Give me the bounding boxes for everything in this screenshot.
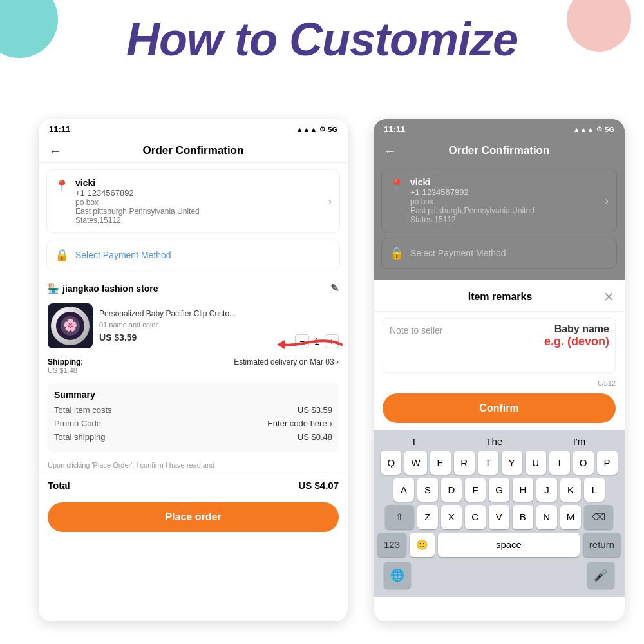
key-A[interactable]: A: [393, 478, 414, 502]
edit-icon[interactable]: ✎: [330, 282, 339, 294]
shipping-row-left: Shipping: US $1.48 Estimated delivery on…: [39, 354, 348, 378]
address-phone-left: +1 1234567892: [75, 188, 322, 198]
key-J[interactable]: J: [536, 478, 557, 502]
key-C[interactable]: C: [465, 505, 486, 529]
key-I[interactable]: I: [549, 451, 570, 475]
shipping-label-left: Shipping: US $1.48: [48, 357, 83, 374]
product-name-left: Personalized Baby Pacifier Clip Custo...: [99, 309, 289, 319]
place-order-button[interactable]: Place order: [48, 502, 339, 532]
suggestion-The[interactable]: The: [486, 436, 502, 447]
address-line1-left: po box: [75, 198, 322, 207]
payment-text-right: Select Payment Method: [410, 248, 506, 258]
key-N[interactable]: N: [536, 505, 557, 529]
qty-value-left: 1: [314, 336, 319, 346]
key-M[interactable]: M: [560, 505, 582, 529]
wifi-icon: ⊙: [319, 125, 325, 133]
address-line3-right: States,15112: [410, 215, 599, 224]
key-O[interactable]: O: [573, 451, 594, 475]
key-emoji[interactable]: 🙂: [410, 533, 435, 557]
product-sub-left: 01 name and color: [99, 321, 289, 328]
qty-minus-left[interactable]: −: [295, 334, 309, 348]
summary-promo-label: Promo Code: [54, 419, 101, 428]
key-globe[interactable]: 🌐: [384, 562, 411, 589]
nav-title-left: Order Confirmation: [143, 144, 244, 157]
keyboard-row-3: ⇧ Z X C V B N M ⌫: [377, 505, 621, 529]
store-header-left: 🏪 jiangkao fashion store ✎: [39, 276, 348, 298]
address-chevron-right[interactable]: ›: [605, 195, 609, 207]
suggestion-Im[interactable]: I'm: [573, 436, 586, 447]
summary-item-val: US $3.59: [298, 405, 332, 415]
product-image-left: 🌸: [48, 303, 93, 348]
key-D[interactable]: D: [441, 478, 462, 502]
qty-plus-left[interactable]: +: [325, 334, 339, 348]
key-Y[interactable]: Y: [502, 451, 522, 475]
suggestion-I[interactable]: I: [413, 436, 415, 447]
summary-shipping-val: US $0.48: [298, 432, 332, 442]
key-E[interactable]: E: [430, 451, 451, 475]
signal-icon: ▲▲▲: [296, 126, 317, 133]
key-R[interactable]: R: [454, 451, 475, 475]
key-mic[interactable]: 🎤: [587, 562, 614, 589]
key-V[interactable]: V: [489, 505, 509, 529]
status-icons-right: ▲▲▲ ⊙ 5G: [573, 125, 614, 133]
keyboard-row-5: 🌐 🎤: [377, 560, 621, 590]
shipping-cost-left: US $1.48: [48, 366, 83, 374]
key-B[interactable]: B: [513, 505, 533, 529]
key-shift[interactable]: ⇧: [385, 505, 414, 529]
payment-text-left: Select Payment Method: [75, 250, 171, 260]
promo-val-text: Enter code here: [267, 419, 327, 428]
key-K[interactable]: K: [560, 478, 581, 502]
keyboard: I The I'm Q W E R T Y U I O P A S D F G …: [374, 430, 625, 597]
address-line1-right: po box: [410, 197, 599, 206]
remarks-counter: 0/512: [374, 379, 625, 387]
key-123[interactable]: 123: [377, 533, 406, 557]
key-T[interactable]: T: [478, 451, 498, 475]
key-G[interactable]: G: [489, 478, 509, 502]
product-details-left: Personalized Baby Pacifier Clip Custo...…: [99, 309, 289, 343]
summary-row-promo[interactable]: Promo Code Enter code here ›: [54, 419, 332, 428]
payment-row-left[interactable]: 🔒 Select Payment Method: [46, 240, 340, 270]
total-label-left: Total: [48, 480, 70, 491]
note-placeholder: Note to seller: [390, 325, 442, 336]
address-line2-left: East pittsburgh,Pennsylvania,United: [75, 207, 322, 216]
key-L[interactable]: L: [584, 478, 605, 502]
product-row-left: 🌸 Personalized Baby Pacifier Clip Custo.…: [39, 298, 348, 354]
confirm-button[interactable]: Confirm: [383, 393, 616, 423]
baby-name-eg: e.g. (devon): [544, 335, 609, 348]
key-P[interactable]: P: [597, 451, 618, 475]
item-remarks-modal: Item remarks ✕ Note to seller Baby name …: [374, 280, 625, 430]
key-X[interactable]: X: [441, 505, 462, 529]
address-name-left: vicki: [75, 178, 322, 188]
key-Z[interactable]: Z: [417, 505, 438, 529]
remarks-close-button[interactable]: ✕: [603, 289, 614, 305]
remarks-header: Item remarks ✕: [374, 280, 625, 312]
summary-shipping-label: Total shipping: [54, 432, 106, 442]
summary-promo-val: Enter code here ›: [267, 419, 332, 428]
shipping-est-text: Estimated delivery on Mar 03: [234, 357, 334, 366]
wifi-icon-right: ⊙: [596, 125, 602, 133]
address-chevron-left[interactable]: ›: [328, 196, 332, 207]
battery-icon: 5G: [328, 126, 337, 133]
back-button-right[interactable]: ←: [384, 144, 397, 158]
key-delete[interactable]: ⌫: [584, 505, 613, 529]
summary-section-left: Summary Total item costs US $3.59 Promo …: [48, 383, 339, 452]
key-W[interactable]: W: [404, 451, 426, 475]
address-name-right: vicki: [410, 177, 599, 187]
keyboard-row-4: 123 🙂 space return: [377, 533, 621, 557]
product-price-left: US $3.59: [99, 332, 289, 343]
key-return[interactable]: return: [583, 533, 621, 557]
key-F[interactable]: F: [465, 478, 486, 502]
key-Q[interactable]: Q: [381, 451, 401, 475]
key-H[interactable]: H: [513, 478, 533, 502]
status-bar-right: 11:11 ▲▲▲ ⊙ 5G: [374, 119, 625, 139]
nav-bar-right: ← Order Confirmation: [374, 139, 625, 162]
back-button-left[interactable]: ←: [49, 144, 62, 158]
status-icons-left: ▲▲▲ ⊙ 5G: [296, 125, 337, 133]
key-space[interactable]: space: [438, 533, 580, 557]
total-val-left: US $4.07: [298, 480, 339, 491]
payment-row-right[interactable]: 🔒 Select Payment Method: [381, 238, 617, 269]
key-S[interactable]: S: [417, 478, 438, 502]
key-U[interactable]: U: [526, 451, 546, 475]
store-left: 🏪 jiangkao fashion store: [48, 283, 158, 294]
summary-row-items: Total item costs US $3.59: [54, 405, 332, 415]
